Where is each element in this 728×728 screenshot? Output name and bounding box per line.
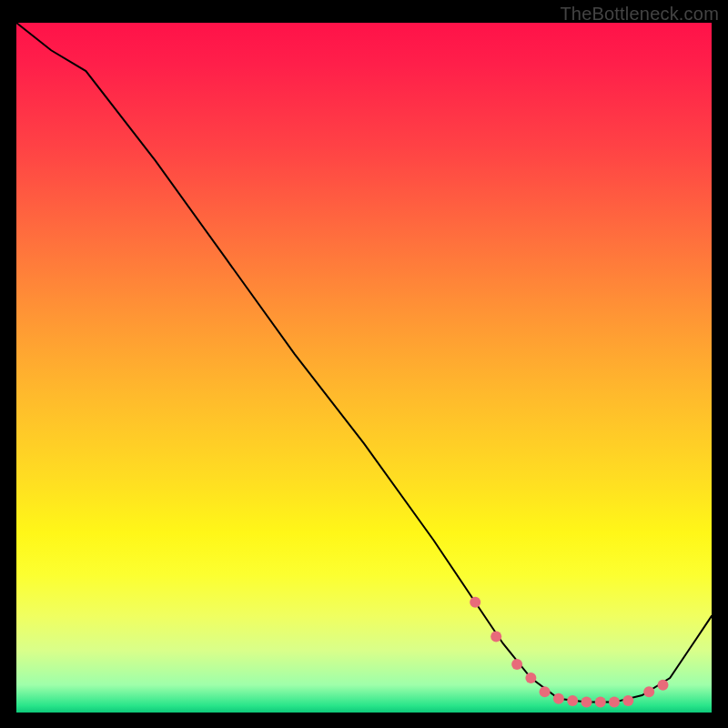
marker-point: [643, 686, 654, 697]
curve-line: [16, 23, 712, 703]
marker-point: [609, 697, 620, 708]
marker-point: [490, 632, 501, 642]
marker-point: [553, 693, 564, 704]
marker-point: [595, 697, 606, 708]
watermark-text: TheBottleneck.com: [560, 4, 719, 25]
chart-overlay: [16, 23, 712, 713]
chart-container: TheBottleneck.com: [0, 0, 728, 728]
marker-point: [622, 695, 633, 706]
marker-point: [581, 697, 592, 708]
marker-group: [470, 597, 668, 708]
marker-point: [525, 672, 536, 683]
plot-area: [16, 23, 712, 713]
marker-point: [658, 680, 669, 691]
marker-point: [567, 695, 578, 706]
marker-point: [511, 659, 522, 670]
marker-point: [540, 686, 551, 697]
marker-point: [470, 597, 480, 608]
